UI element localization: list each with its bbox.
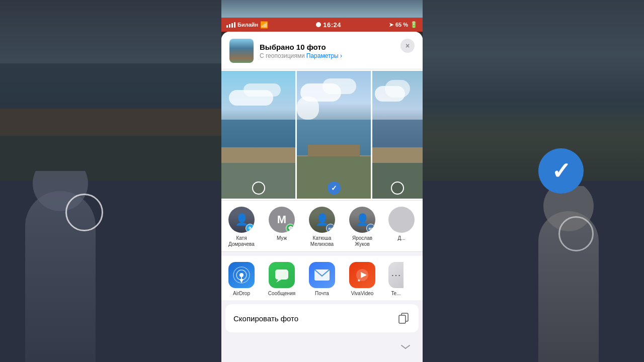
app-item-airdrop[interactable]: AirDrop: [221, 262, 262, 296]
status-bar: Билайн 📶 16:24 ➤ 65 % 🔋: [221, 18, 423, 32]
bg-right-figure: [523, 186, 614, 362]
svg-marker-4: [239, 279, 244, 283]
contact-name-katyusha: КатюшаМелихова: [310, 235, 334, 247]
badge-vk-katyusha: вк: [326, 224, 335, 233]
action-copy-label: Скопировать фото: [233, 314, 298, 323]
messages-icon-svg: [274, 267, 289, 283]
svg-marker-6: [276, 280, 281, 283]
share-thumbnail: [229, 39, 254, 63]
app-icon-messages: [269, 262, 295, 288]
action-copy-left: Скопировать фото: [233, 314, 298, 323]
app-name-more: Te...: [391, 291, 401, 296]
contact-avatar-muzh: M 💬: [269, 207, 295, 233]
app-icon-vivavideo: ★: [349, 262, 375, 288]
app-item-vivavideo[interactable]: ★ VivaVideo: [342, 262, 382, 296]
photo-select-1[interactable]: [252, 182, 265, 195]
clock-time: 16:24: [323, 21, 341, 29]
bg-photo-left: [0, 0, 221, 181]
photo-item-1[interactable]: [221, 71, 295, 199]
share-title: Выбрано 10 фото: [260, 43, 342, 51]
bg-right-circle: [558, 216, 594, 251]
share-subtitle: С геопозициями: [260, 52, 305, 59]
contact-avatar-yaroslav: 👤 вк: [349, 207, 375, 233]
apps-row: AirDrop Сообщения: [221, 256, 423, 300]
photo-select-2[interactable]: ✓: [328, 182, 341, 195]
svg-line-14: [406, 345, 410, 348]
bg-photo-right: [423, 0, 644, 181]
contact-name-yaroslav: ЯрославЖуков: [352, 235, 372, 247]
svg-text:★: ★: [357, 279, 361, 282]
carrier-name: Билайн: [237, 22, 258, 28]
app-icon-mail: [309, 262, 335, 288]
phone-container: Билайн 📶 16:24 ➤ 65 % 🔋 10 — 21 мая 2020…: [221, 0, 423, 362]
photo-preview-row: ✓: [221, 69, 423, 200]
copy-icon: [396, 311, 411, 325]
app-icon-airdrop: [228, 262, 255, 288]
photo-bg-top: [221, 0, 423, 18]
share-header: Выбрано 10 фото С геопозициями Параметры…: [221, 32, 423, 69]
photo-item-2[interactable]: ✓: [297, 71, 371, 199]
mail-icon-svg: [314, 269, 330, 281]
svg-line-13: [401, 345, 406, 348]
app-item-mail[interactable]: Почта: [302, 262, 342, 296]
contact-item-yaroslav[interactable]: 👤 вк ЯрославЖуков: [342, 207, 382, 247]
contact-item-muzh[interactable]: M 💬 Муж: [262, 207, 302, 247]
bg-right-check: ✓: [538, 148, 584, 194]
app-item-messages[interactable]: Сообщения: [262, 262, 302, 296]
vivavideo-icon-svg: ★: [355, 267, 370, 283]
svg-rect-12: [399, 315, 406, 323]
contact-avatar-partial: [388, 207, 415, 233]
action-copy-photos[interactable]: Скопировать фото: [225, 304, 419, 332]
contact-avatar-katyusha: 👤 вк: [309, 207, 335, 233]
contact-name-muzh: Муж: [277, 235, 287, 241]
app-name-airdrop: AirDrop: [233, 291, 250, 296]
nav-arrow-icon: ➤: [389, 22, 393, 28]
svg-point-2: [239, 273, 244, 277]
badge-telegram-katya: ✈: [246, 224, 255, 233]
svg-rect-5: [275, 269, 288, 280]
share-params-btn[interactable]: Параметры ›: [306, 52, 342, 59]
close-share-button[interactable]: ×: [400, 39, 415, 53]
photo-select-3[interactable]: [391, 182, 404, 195]
airdrop-icon-svg: [232, 266, 251, 284]
background: ✓ Билайн 📶 16:24: [0, 0, 644, 362]
status-right: ➤ 65 % 🔋: [389, 21, 418, 28]
contact-item-katya[interactable]: 👤 ✈ КатяДомрачева: [221, 207, 262, 247]
share-title-area: Выбрано 10 фото С геопозициями Параметры…: [260, 43, 342, 59]
share-header-left: Выбрано 10 фото С геопозициями Параметры…: [229, 39, 342, 63]
badge-vk-yaroslav: вк: [366, 224, 375, 233]
badge-messages-muzh: 💬: [286, 224, 295, 233]
app-item-more[interactable]: ⋯ Te...: [382, 262, 410, 296]
status-center: 16:24: [316, 21, 341, 29]
location-icon: [316, 22, 321, 27]
battery-icon: 🔋: [410, 21, 418, 28]
safe-area: [221, 357, 423, 361]
more-actions-row[interactable]: [225, 336, 419, 357]
battery-pct: 65 %: [395, 22, 408, 28]
wifi-icon: 📶: [260, 21, 268, 29]
bg-left-circle: [65, 194, 103, 231]
contacts-row: 👤 ✈ КатяДомрачева M 💬 Муж 👤: [221, 200, 423, 252]
signal-bars: [226, 22, 235, 28]
status-left: Билайн 📶: [226, 21, 268, 29]
app-name-messages: Сообщения: [268, 291, 295, 296]
app-name-mail: Почта: [315, 291, 329, 296]
expand-icon: [400, 342, 411, 351]
contact-avatar-katya: 👤 ✈: [228, 207, 255, 233]
share-sheet: Выбрано 10 фото С геопозициями Параметры…: [221, 32, 423, 362]
contact-name-katya: КатяДомрачева: [228, 235, 255, 247]
contact-item-katyusha[interactable]: 👤 вк КатюшаМелихова: [302, 207, 342, 247]
app-icon-more: ⋯: [388, 262, 404, 288]
app-name-vivavideo: VivaVideo: [351, 291, 374, 296]
contact-name-partial: Д...: [397, 235, 405, 241]
photo-item-3[interactable]: [372, 71, 423, 199]
action-rows: Скопировать фото: [225, 304, 419, 332]
contact-item-partial[interactable]: Д...: [382, 207, 421, 247]
